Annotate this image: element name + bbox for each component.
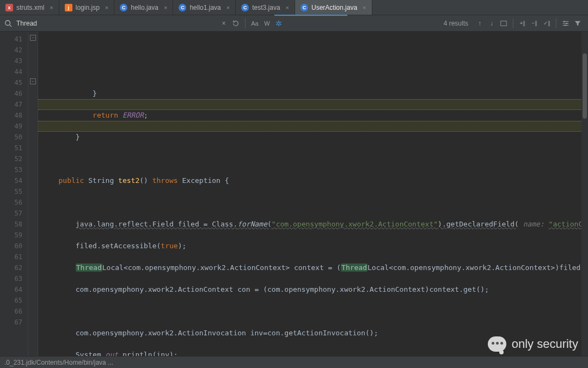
status-bar: .0_231.jdk/Contents/Home/bin/java ... xyxy=(0,356,588,368)
tab-label: hello.java xyxy=(131,4,158,11)
line-number-gutter: 4142434445464748495051525354555657585960… xyxy=(0,32,28,356)
code-text: ).getDeclaredField( xyxy=(438,220,519,228)
match-case-icon[interactable]: Aa xyxy=(249,17,261,29)
svg-rect-2 xyxy=(501,21,507,26)
tab-hello-java[interactable]: C hello.java × xyxy=(114,0,173,15)
code-text: public xyxy=(58,176,84,185)
close-icon[interactable]: × xyxy=(226,4,230,11)
select-all-icon[interactable] xyxy=(498,17,510,29)
search-icon xyxy=(4,20,12,27)
tab-label: login.jsp xyxy=(76,4,100,11)
scrollbar-thumb[interactable] xyxy=(583,53,587,119)
code-text: "com.opensymphony.xwork2.ActionContext" xyxy=(272,220,438,228)
code-text: test2 xyxy=(118,176,139,185)
tab-label: hello1.java xyxy=(189,4,220,11)
tab-label: struts.xml xyxy=(16,4,44,11)
tab-hello1-java[interactable]: C hello1.java × xyxy=(173,0,236,15)
separator xyxy=(513,19,513,28)
code-text: } xyxy=(93,89,97,97)
code-text: ); xyxy=(178,242,187,250)
svg-point-4 xyxy=(566,22,567,24)
code-text: Exception xyxy=(182,176,220,185)
regex-icon[interactable]: ✲ xyxy=(273,17,285,29)
next-match-icon[interactable]: ↓ xyxy=(486,17,498,29)
close-icon[interactable]: × xyxy=(105,4,108,11)
code-text: ERROR xyxy=(122,111,144,119)
select-occurrences-icon[interactable]: ✓∥ xyxy=(541,17,553,29)
svg-point-5 xyxy=(565,24,566,26)
code-text: true xyxy=(161,242,177,250)
tab-test3-java[interactable]: C test3.java × xyxy=(236,0,295,15)
code-text: com.opensymphony.xwork2.ActionInvocation… xyxy=(76,329,378,337)
svg-point-3 xyxy=(564,21,565,22)
filter-icon[interactable] xyxy=(572,17,584,29)
close-icon[interactable]: × xyxy=(164,4,167,11)
java-file-icon: C xyxy=(179,4,186,11)
tab-login-jsp[interactable]: j login.jsp × xyxy=(59,0,114,15)
separator xyxy=(245,19,246,28)
code-text: filed.setAccessible( xyxy=(76,242,161,250)
status-text: .0_231.jdk/Contents/Home/bin/java ... xyxy=(4,359,113,366)
java-file-icon: C xyxy=(301,4,308,11)
warning-highlight xyxy=(38,121,588,132)
code-text: java.lang.reflect.Field filed = Class. xyxy=(76,220,237,228)
inlay-hint: name: xyxy=(519,220,549,228)
code-text: String xyxy=(88,176,114,185)
search-input[interactable] xyxy=(16,20,218,27)
search-match: Thread xyxy=(76,263,102,272)
java-file-icon: C xyxy=(120,4,127,11)
code-text: out xyxy=(106,351,118,356)
search-match: Thread xyxy=(341,263,367,272)
tab-struts-xml[interactable]: x struts.xml × xyxy=(0,0,59,15)
code-text: com.opensymphony.xwork2.ActionContext co… xyxy=(76,285,489,293)
editor-tabbar: x struts.xml × j login.jsp × C hello.jav… xyxy=(0,0,588,15)
tab-label: test3.java xyxy=(252,4,280,11)
results-count: 4 results xyxy=(444,20,468,27)
find-bar: × Aa W ✲ 4 results ↑ ↓ +∥ −∥ ✓∥ xyxy=(0,15,588,32)
code-text: System. xyxy=(76,351,106,356)
fold-column: − − xyxy=(28,32,38,356)
warning-highlight xyxy=(38,99,588,110)
svg-point-0 xyxy=(5,20,10,25)
code-text: forName xyxy=(237,220,267,228)
jsp-file-icon: j xyxy=(65,4,72,11)
code-text: Local<com.opensymphony.xwork2.ActionCont… xyxy=(102,263,341,272)
history-icon[interactable] xyxy=(230,17,242,29)
code-text: throws xyxy=(152,176,178,185)
code-text: .println(inv); xyxy=(118,351,178,356)
active-tab-underline xyxy=(274,15,347,16)
code-text: } xyxy=(76,133,80,141)
close-icon[interactable]: × xyxy=(50,4,53,11)
vertical-scrollbar[interactable] xyxy=(581,32,588,356)
code-area[interactable]: } return ERROR; } public String test2() … xyxy=(38,32,588,356)
xml-file-icon: x xyxy=(5,4,13,11)
add-selection-icon[interactable]: +∥ xyxy=(517,17,529,29)
remove-selection-icon[interactable]: −∥ xyxy=(529,17,541,29)
tab-label: UserAction.java xyxy=(311,4,357,11)
fold-handle-icon[interactable]: − xyxy=(30,78,36,84)
close-icon[interactable]: × xyxy=(286,4,289,11)
java-file-icon: C xyxy=(241,4,249,11)
words-icon[interactable]: W xyxy=(261,17,273,29)
tab-useraction-java[interactable]: C UserAction.java × xyxy=(295,0,372,15)
code-editor[interactable]: 4142434445464748495051525354555657585960… xyxy=(0,32,588,356)
code-text: ( xyxy=(267,220,272,228)
close-icon[interactable]: × xyxy=(363,4,366,11)
settings-icon[interactable] xyxy=(560,17,572,29)
code-text: Local<com.opensymphony.xwork2.ActionCont… xyxy=(367,263,588,272)
clear-search-icon[interactable]: × xyxy=(218,17,230,29)
code-text: return xyxy=(93,111,118,119)
prev-match-icon[interactable]: ↑ xyxy=(474,17,486,29)
svg-line-1 xyxy=(10,24,12,27)
separator xyxy=(556,19,556,28)
fold-handle-icon[interactable]: − xyxy=(30,35,36,41)
code-text: ; xyxy=(144,111,148,119)
